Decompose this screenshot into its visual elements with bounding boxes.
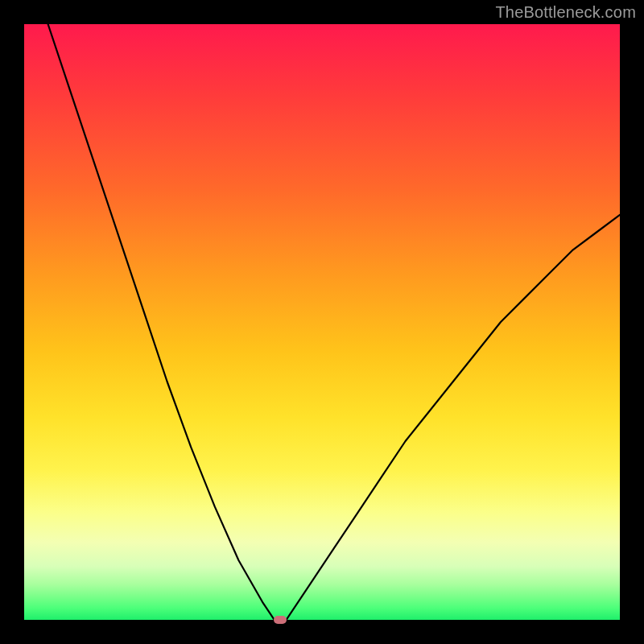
minimum-marker (274, 616, 287, 624)
watermark-text: TheBottleneck.com (495, 3, 636, 22)
curve-path (48, 24, 620, 620)
curve-svg (24, 24, 620, 620)
chart-frame: TheBottleneck.com (0, 0, 644, 644)
plot-area (24, 24, 620, 620)
